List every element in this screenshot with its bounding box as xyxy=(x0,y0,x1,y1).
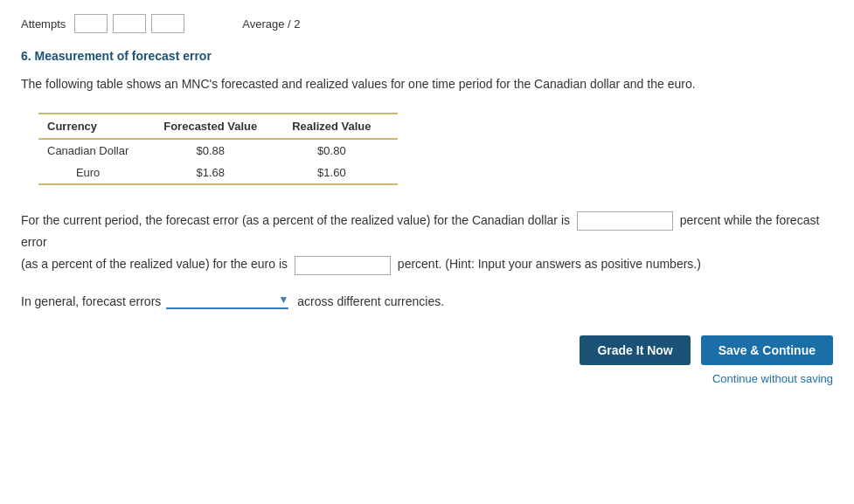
buttons-row: Grade It Now Save & Continue xyxy=(21,335,833,365)
attempts-row: Attempts Average / 2 xyxy=(21,14,833,33)
average-text: Average / 2 xyxy=(242,17,300,31)
realized-1: $0.80 xyxy=(283,139,397,162)
chevron-down-icon: ▼ xyxy=(278,293,288,306)
table-row: Canadian Dollar $0.88 $0.80 xyxy=(38,139,398,162)
table-row: Euro $1.68 $1.60 xyxy=(38,162,398,184)
forecasted-2: $1.68 xyxy=(155,162,283,184)
forecast-errors-dropdown[interactable]: ▼ xyxy=(166,293,288,309)
forecasted-1: $0.88 xyxy=(155,139,283,162)
part2-after: percent. (Hint: Input your answers as po… xyxy=(398,257,701,271)
currency-1: Canadian Dollar xyxy=(38,139,155,162)
col-realized: Realized Value xyxy=(283,114,397,139)
table-header-row: Currency Forecasted Value Realized Value xyxy=(38,114,398,139)
part2-before: (as a percent of the realized value) for… xyxy=(21,257,288,271)
attempts-label: Attempts xyxy=(21,17,66,31)
col-forecasted: Forecasted Value xyxy=(155,114,283,139)
attempt-box-3 xyxy=(151,14,184,33)
inline-question-block: For the current period, the forecast err… xyxy=(21,210,833,276)
canadian-dollar-input[interactable] xyxy=(577,211,673,231)
section-title: 6. Measurement of forecast error xyxy=(21,49,833,63)
continue-without-saving-link[interactable]: Continue without saving xyxy=(712,372,833,385)
part1-before: For the current period, the forecast err… xyxy=(21,213,570,227)
attempt-box-1 xyxy=(74,14,108,33)
realized-2: $1.60 xyxy=(283,162,397,184)
dropdown-label-before: In general, forecast errors xyxy=(21,294,161,308)
question-description: The following table shows an MNC's forec… xyxy=(21,75,833,93)
euro-input[interactable] xyxy=(295,256,391,275)
grade-it-now-button[interactable]: Grade It Now xyxy=(580,335,690,365)
dropdown-row: In general, forecast errors ▼ across dif… xyxy=(21,293,833,309)
currency-2: Euro xyxy=(38,162,155,184)
continue-link-row: Continue without saving xyxy=(21,372,833,385)
attempt-box-2 xyxy=(113,14,146,33)
forecast-table: Currency Forecasted Value Realized Value… xyxy=(38,113,398,185)
dropdown-label-after: across different currencies. xyxy=(297,294,444,308)
col-currency: Currency xyxy=(38,114,155,139)
save-continue-button[interactable]: Save & Continue xyxy=(701,335,833,365)
